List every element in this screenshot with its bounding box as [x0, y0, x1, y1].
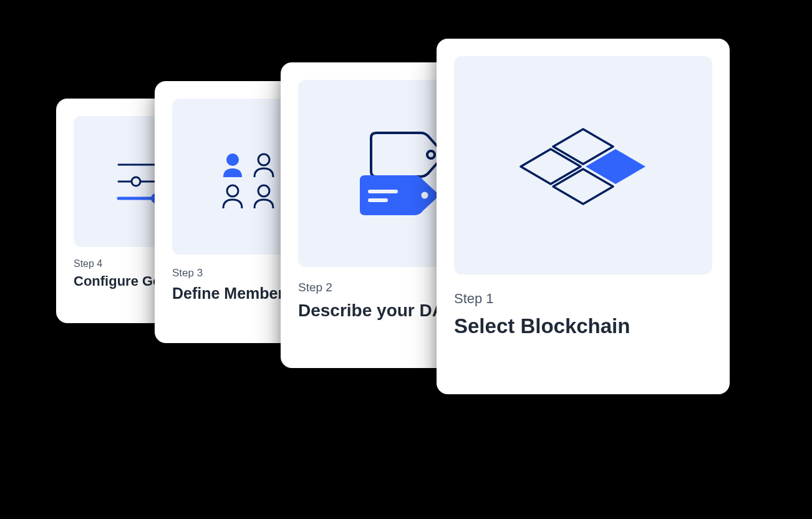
- svg-point-3: [132, 177, 140, 186]
- svg-point-12: [427, 151, 435, 158]
- svg-point-10: [258, 185, 269, 196]
- svg-point-13: [422, 192, 428, 199]
- step-card-stack: Step 4 Configure Governance: [0, 0, 812, 519]
- step-card-1[interactable]: Step 1 Select Blockchain: [437, 39, 730, 394]
- svg-point-6: [226, 153, 239, 166]
- step-label: Step 1: [454, 291, 712, 307]
- svg-point-7: [258, 154, 269, 165]
- blockchain-tiles-icon: [508, 115, 658, 215]
- icon-box: [454, 56, 712, 274]
- svg-point-9: [227, 185, 238, 196]
- card-title: Select Blockchain: [454, 314, 712, 338]
